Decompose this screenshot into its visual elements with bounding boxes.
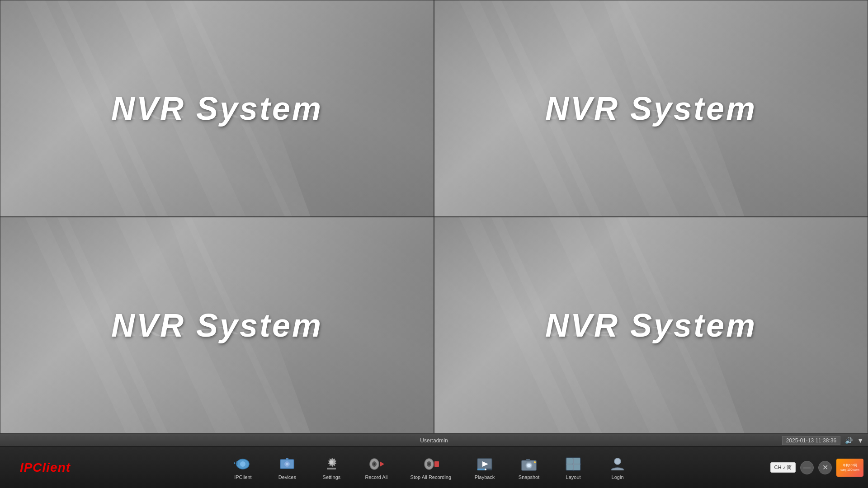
svg-point-12 — [373, 463, 375, 465]
svg-rect-21 — [477, 469, 486, 470]
camera-cell-3[interactable]: NVR System NVR System — [0, 217, 434, 434]
svg-rect-2 — [236, 461, 238, 465]
taskbar-right: CH ♪ 简 — ✕ 单机100网danji100.com — [770, 459, 864, 477]
watermark-area: 单机100网danji100.com — [836, 459, 863, 477]
close-icon: ✕ — [822, 463, 828, 472]
nav-label-stop-all-recording: Stop All Recording — [410, 474, 452, 480]
svg-marker-13 — [380, 461, 384, 467]
playback-icon — [474, 455, 495, 473]
svg-rect-32 — [574, 458, 580, 464]
nav-item-snapshot[interactable]: Snapshot — [511, 453, 547, 482]
nav-label-layout: Layout — [566, 474, 581, 480]
expand-icon[interactable]: ▼ — [857, 437, 863, 444]
svg-point-1 — [240, 461, 245, 467]
nav-label-playback: Playback — [475, 474, 495, 480]
brand-area: IPClient — [5, 460, 86, 475]
svg-rect-31 — [566, 458, 573, 464]
danji-icon: 单机100网danji100.com — [836, 459, 863, 477]
nav-label-snapshot: Snapshot — [519, 474, 539, 480]
nav-label-ipclient: IPClient — [234, 474, 252, 480]
nav-label-settings: Settings — [323, 474, 341, 480]
nvr-system-label-4: NVR System — [545, 307, 757, 344]
watermark-text: 单机100网danji100.com — [840, 463, 859, 471]
user-status: User:admin — [291, 437, 577, 444]
nav-label-record-all: Record All — [365, 474, 387, 480]
nav-item-record-all[interactable]: Record All — [358, 453, 394, 482]
nvr-system-reflect-3: NVR System — [111, 327, 323, 338]
ipclient-icon — [232, 455, 254, 473]
svg-point-6 — [286, 463, 288, 465]
nvr-system-reflect-2: NVR System — [545, 110, 757, 122]
record-all-icon — [365, 455, 387, 473]
camera-cell-1[interactable]: NVR System NVR System — [0, 0, 434, 217]
svg-point-16 — [428, 463, 430, 465]
minimize-icon: — — [803, 464, 811, 472]
brand-logo: IPClient — [20, 460, 71, 475]
svg-marker-3 — [234, 462, 236, 465]
settings-icon — [321, 455, 342, 473]
status-bar: User:admin 2025-01-13 11:38:36 🔊 ▼ — [0, 434, 868, 446]
nav-item-login[interactable]: Login — [600, 453, 635, 482]
nvr-system-reflect-4: NVR System — [545, 327, 757, 338]
nvr-system-reflect-1: NVR System — [111, 110, 323, 122]
nav-item-stop-all-recording[interactable]: Stop All Recording — [404, 453, 458, 482]
nav-item-devices[interactable]: Devices — [269, 453, 305, 482]
svg-rect-33 — [566, 465, 573, 470]
nav-label-devices: Devices — [278, 474, 296, 480]
taskbar: IPClient IPClient — [0, 446, 868, 488]
svg-point-27 — [534, 461, 536, 463]
nvr-system-label-3: NVR System — [111, 307, 323, 344]
nvr-system-label-2: NVR System — [545, 90, 757, 127]
svg-rect-34 — [574, 465, 580, 470]
svg-point-35 — [614, 458, 621, 465]
ch-badge[interactable]: CH ♪ 简 — [770, 462, 796, 473]
svg-point-8 — [330, 460, 333, 464]
camera-cell-4[interactable]: NVR System NVR System — [434, 217, 868, 434]
minimize-button[interactable]: — — [800, 461, 814, 474]
snapshot-icon — [518, 455, 540, 473]
svg-point-25 — [527, 464, 531, 467]
volume-icon[interactable]: 🔊 — [845, 437, 853, 444]
devices-icon — [276, 455, 298, 473]
camera-grid: NVR System NVR System NVR System NVR Sys… — [0, 0, 868, 434]
datetime-display: 2025-01-13 11:38:36 — [782, 436, 840, 445]
nvr-system-label-1: NVR System — [111, 90, 323, 127]
nav-item-settings[interactable]: Settings — [314, 453, 349, 482]
svg-point-22 — [485, 469, 486, 470]
svg-rect-17 — [434, 461, 439, 467]
login-icon — [607, 455, 628, 473]
nav-item-layout[interactable]: Layout — [556, 453, 591, 482]
layout-icon — [562, 455, 584, 473]
close-button[interactable]: ✕ — [818, 461, 832, 474]
nav-label-login: Login — [612, 474, 624, 480]
stop-all-recording-icon — [420, 455, 442, 473]
svg-rect-7 — [286, 458, 288, 460]
nav-bar: IPClient Devices — [90, 453, 770, 482]
camera-cell-2[interactable]: NVR System NVR System — [434, 0, 868, 217]
nav-item-ipclient[interactable]: IPClient — [225, 453, 260, 482]
svg-rect-26 — [526, 459, 530, 461]
nav-item-playback[interactable]: Playback — [467, 453, 502, 482]
svg-rect-9 — [327, 468, 336, 469]
